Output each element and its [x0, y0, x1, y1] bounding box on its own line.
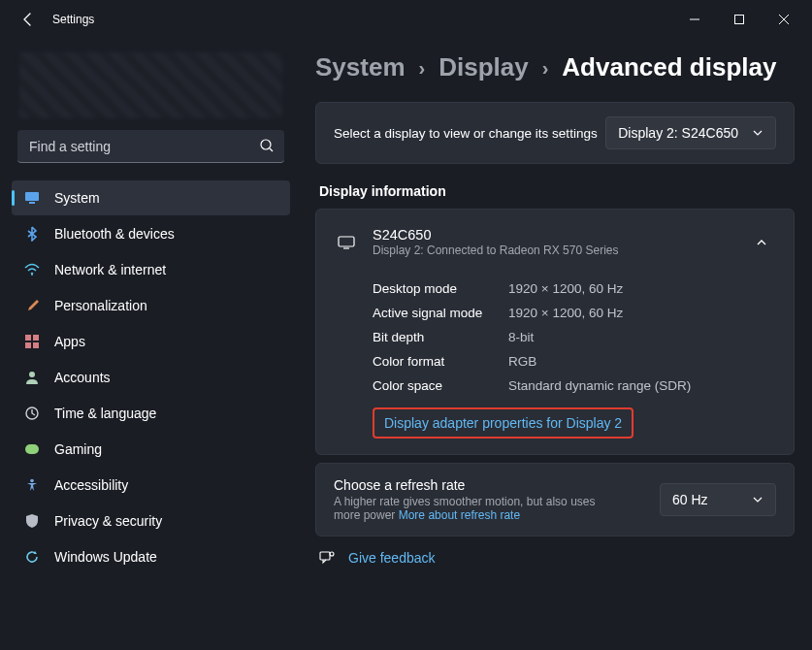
- profile-block[interactable]: [19, 52, 282, 118]
- sidebar-item-label: Accounts: [54, 370, 111, 385]
- sidebar-item-accessibility[interactable]: Accessibility: [12, 468, 290, 503]
- search-icon: [259, 138, 275, 153]
- select-display-text: Select a display to view or change its s…: [334, 126, 598, 141]
- svg-point-18: [330, 552, 334, 556]
- svg-rect-4: [25, 192, 39, 201]
- sidebar-item-accounts[interactable]: Accounts: [12, 360, 290, 395]
- sidebar-item-privacy-security[interactable]: Privacy & security: [12, 504, 290, 538]
- display-dropdown[interactable]: Display 2: S24C650: [605, 116, 776, 149]
- svg-point-6: [31, 274, 33, 276]
- svg-line-3: [270, 148, 273, 151]
- info-row: Desktop mode1920 × 1200, 60 Hz: [373, 276, 776, 301]
- sidebar-item-label: Bluetooth & devices: [54, 226, 175, 242]
- info-key: Active signal mode: [373, 306, 508, 320]
- svg-rect-13: [25, 444, 39, 454]
- sidebar-item-label: Personalization: [54, 298, 147, 313]
- sidebar-item-label: Accessibility: [54, 477, 128, 493]
- sidebar-item-network-internet[interactable]: Network & internet: [12, 252, 290, 287]
- sidebar-item-label: Gaming: [54, 441, 102, 457]
- clock-icon: [23, 405, 41, 422]
- chevron-up-icon[interactable]: [747, 232, 776, 253]
- info-key: Desktop mode: [373, 281, 508, 296]
- info-row: Color formatRGB: [373, 349, 776, 374]
- svg-rect-5: [29, 202, 35, 204]
- svg-rect-17: [320, 552, 330, 560]
- sidebar-nav: SystemBluetooth & devicesNetwork & inter…: [12, 180, 290, 575]
- user-icon: [23, 369, 41, 386]
- section-title: Display information: [319, 183, 795, 199]
- info-value: 1920 × 1200, 60 Hz: [508, 306, 623, 320]
- chevron-right-icon: ›: [542, 57, 549, 80]
- svg-point-2: [261, 140, 271, 149]
- feedback-icon: [319, 550, 335, 566]
- info-value: Standard dynamic range (SDR): [508, 378, 691, 393]
- sidebar-item-bluetooth-devices[interactable]: Bluetooth & devices: [12, 216, 290, 251]
- svg-rect-7: [25, 335, 31, 341]
- wifi-icon: [23, 261, 41, 278]
- minimize-button[interactable]: [672, 0, 717, 39]
- chevron-down-icon: [752, 127, 763, 139]
- refresh-sub: A higher rate gives smoother motion, but…: [334, 495, 625, 522]
- breadcrumb-item-current: Advanced display: [562, 52, 776, 82]
- svg-rect-15: [339, 237, 354, 246]
- bluetooth-icon: [23, 225, 41, 243]
- info-row: Color spaceStandard dynamic range (SDR): [373, 374, 776, 398]
- search-input[interactable]: [17, 130, 284, 163]
- gaming-icon: [23, 440, 41, 458]
- sidebar-item-apps[interactable]: Apps: [12, 324, 290, 359]
- back-button[interactable]: [14, 5, 43, 34]
- info-key: Color format: [373, 354, 508, 369]
- brush-icon: [23, 297, 41, 314]
- info-row: Bit depth8-bit: [373, 325, 776, 349]
- refresh-rate-card: Choose a refresh rate A higher rate give…: [315, 463, 795, 536]
- svg-rect-9: [25, 342, 31, 348]
- dropdown-value: 60 Hz: [672, 492, 708, 507]
- search-container: [17, 130, 284, 163]
- info-row: Active signal mode1920 × 1200, 60 Hz: [373, 301, 776, 325]
- info-value: RGB: [508, 354, 536, 369]
- chevron-right-icon: ›: [419, 57, 426, 80]
- breadcrumb-item[interactable]: Display: [438, 52, 529, 82]
- info-value: 1920 × 1200, 60 Hz: [508, 281, 623, 296]
- update-icon: [23, 548, 41, 566]
- sidebar-item-label: Windows Update: [54, 549, 157, 565]
- monitor-icon: [338, 236, 355, 249]
- sidebar-item-system[interactable]: System: [12, 180, 290, 215]
- info-value: 8-bit: [508, 330, 534, 344]
- info-key: Color space: [373, 378, 508, 393]
- feedback-label: Give feedback: [348, 550, 436, 566]
- svg-rect-8: [33, 335, 39, 341]
- refresh-dropdown[interactable]: 60 Hz: [660, 483, 776, 516]
- select-display-card: Select a display to view or change its s…: [315, 102, 795, 164]
- sidebar-item-label: Apps: [54, 334, 85, 349]
- info-key: Bit depth: [373, 330, 508, 344]
- accessibility-icon: [23, 476, 41, 494]
- breadcrumb-item[interactable]: System: [315, 52, 406, 82]
- refresh-title: Choose a refresh rate: [334, 477, 625, 493]
- sidebar-item-windows-update[interactable]: Windows Update: [12, 539, 290, 574]
- close-button[interactable]: [762, 0, 806, 39]
- sidebar-item-personalization[interactable]: Personalization: [12, 288, 290, 323]
- sidebar-item-label: Time & language: [54, 406, 156, 421]
- display-info-card: S24C650 Display 2: Connected to Radeon R…: [315, 209, 795, 455]
- shield-icon: [23, 512, 41, 530]
- chevron-down-icon: [752, 494, 763, 505]
- adapter-properties-link[interactable]: Display adapter properties for Display 2: [373, 407, 633, 439]
- sidebar-item-label: System: [54, 190, 100, 206]
- svg-rect-10: [33, 342, 39, 348]
- sidebar-item-label: Network & internet: [54, 262, 166, 277]
- sidebar-item-time-language[interactable]: Time & language: [12, 396, 290, 431]
- display-header[interactable]: S24C650 Display 2: Connected to Radeon R…: [334, 223, 776, 261]
- breadcrumb: System › Display › Advanced display: [315, 52, 795, 82]
- feedback-link[interactable]: Give feedback: [319, 550, 795, 566]
- maximize-button[interactable]: [717, 0, 762, 39]
- window-title: Settings: [52, 13, 94, 26]
- display-icon: [23, 189, 41, 207]
- info-grid: Desktop mode1920 × 1200, 60 HzActive sig…: [334, 276, 776, 398]
- sidebar-item-gaming[interactable]: Gaming: [12, 432, 290, 467]
- sidebar-item-label: Privacy & security: [54, 513, 162, 529]
- dropdown-value: Display 2: S24C650: [618, 125, 738, 141]
- apps-icon: [23, 333, 41, 350]
- svg-point-14: [30, 479, 34, 483]
- refresh-more-link[interactable]: More about refresh rate: [399, 508, 520, 522]
